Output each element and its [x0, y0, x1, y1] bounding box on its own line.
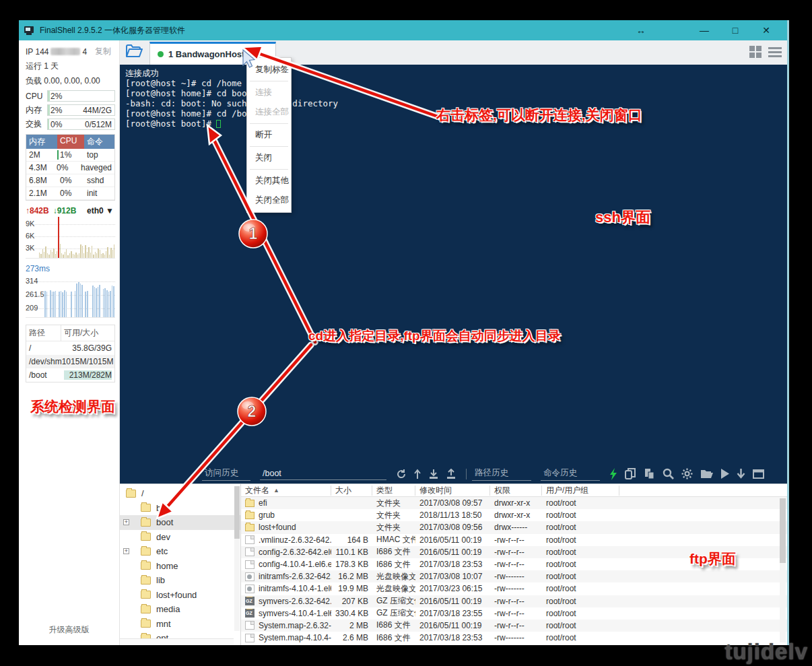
note-cd-sync: cd进入指定目录,ftp界面会自动同步进入目录 — [308, 327, 561, 345]
context-menu-item[interactable]: 连接全部 — [247, 102, 291, 122]
file-owner: root/root — [542, 584, 619, 593]
context-menu-item[interactable]: 关闭 — [247, 148, 291, 168]
copy-ip-button[interactable]: 复制 — [95, 46, 115, 57]
command-history-dropdown[interactable]: 命令历史 — [541, 467, 600, 481]
file-row[interactable]: System.map-4.10.4-1... 2.6 MB I686 文件 20… — [241, 632, 787, 644]
close-button[interactable]: ✕ — [751, 20, 782, 40]
tree-horizontal-scrollbar[interactable] — [120, 638, 234, 645]
window-panel-icon[interactable] — [753, 469, 764, 479]
tree-item[interactable]: home — [120, 559, 240, 574]
memory-label: 内存 — [26, 104, 47, 116]
swap-label: 交换 — [26, 119, 47, 130]
proc-cmd: top — [84, 149, 114, 161]
context-menu-item[interactable]: 关闭其他 — [247, 171, 291, 191]
upload-icon[interactable] — [446, 469, 456, 479]
tree-item[interactable]: lib — [120, 573, 240, 588]
tree-item[interactable]: + etc — [120, 544, 240, 559]
file-row[interactable]: .vmlinuz-2.6.32-642.el... 164 B HMAC 文件 … — [241, 534, 787, 546]
screenshot-frame: FinalShell 2.9.5.2 一体化服务器管理软件 ↔ — □ ✕ IP… — [0, 0, 812, 666]
swap-percent: 0% — [50, 120, 62, 129]
file-row[interactable]: symvers-2.6.32-642.el... 207 KB GZ 压缩文件 … — [241, 595, 787, 607]
paste-icon[interactable] — [644, 468, 655, 479]
maximize-button[interactable]: □ — [720, 20, 751, 40]
memory-detail: 44M/2G — [83, 106, 112, 115]
file-row[interactable]: lost+found 文件夹 2017/03/08 09:56 drwx----… — [241, 521, 787, 533]
speed-bolt-icon[interactable] — [609, 468, 617, 480]
note-ftp-area: ftp界面 — [689, 550, 736, 568]
disk-path: /boot — [29, 370, 64, 380]
hamburger-menu-icon[interactable] — [768, 47, 782, 57]
file-table-scrollbar[interactable] — [780, 498, 786, 642]
file-name: symvers-4.10.4-1.el6.... — [259, 609, 331, 618]
proc-col-command[interactable]: 命令 — [84, 135, 114, 149]
tree-item[interactable]: + boot — [120, 515, 240, 530]
tree-expander-icon[interactable]: + — [123, 548, 129, 554]
tree-item[interactable]: / — [120, 486, 240, 501]
file-permissions: drwxr-xr-x — [490, 510, 542, 520]
file-table-header: 文件名 ▲ 大小 类型 修改时间 权限 用户/用户组 — [241, 484, 787, 497]
minimize-button[interactable]: — — [689, 20, 720, 40]
file-type-icon — [245, 512, 255, 519]
path-input[interactable]: /boot — [260, 468, 386, 480]
proc-mem: 4.3M — [26, 162, 54, 174]
file-name: initramfs-4.10.4-1.el6.... — [259, 584, 331, 593]
process-table: 内存 CPU 命令 2M 1% top — [26, 134, 115, 201]
tree-item[interactable]: lost+found — [120, 588, 240, 603]
net-interface-dropdown[interactable]: eth0 ▼ — [87, 206, 115, 215]
download-arrow-icon[interactable] — [737, 469, 745, 479]
file-row[interactable]: efi 文件夹 2017/03/08 09:57 drwxr-xr-x root… — [241, 497, 787, 509]
file-row[interactable]: initramfs-2.6.32-642.e... 16.2 MB 光盘映像文.… — [241, 570, 787, 582]
proc-col-memory[interactable]: 内存 — [26, 135, 57, 149]
file-name: System.map-4.10.4-1... — [259, 633, 331, 642]
file-row[interactable]: symvers-4.10.4-1.el6.... 330.4 KB GZ 压缩文… — [241, 607, 787, 620]
run-play-icon[interactable] — [720, 469, 729, 479]
context-menu-item[interactable]: 连接 — [247, 83, 291, 102]
settings-gear-icon[interactable] — [681, 468, 693, 479]
file-permissions: -rw------- — [490, 572, 542, 581]
net-upload-rate: ↑842B — [26, 206, 49, 215]
file-type: 文件夹 — [372, 498, 415, 509]
proc-col-cpu[interactable]: CPU — [57, 135, 84, 149]
search-icon[interactable] — [663, 468, 674, 479]
column-permissions[interactable]: 权限 — [490, 486, 542, 496]
upgrade-link[interactable]: 升级高级版 — [19, 624, 119, 636]
layout-grid-icon[interactable] — [749, 46, 762, 59]
tree-item[interactable]: bin — [120, 501, 240, 516]
tree-item[interactable]: media — [120, 602, 240, 617]
file-row[interactable]: grub 文件夹 2018/11/13 18:50 drwxr-xr-x roo… — [241, 509, 787, 521]
file-row[interactable]: System.map-2.6.32-6... 2 MB I686 文件 2016… — [241, 620, 787, 632]
open-folder-icon[interactable] — [700, 469, 713, 479]
copy-icon[interactable] — [625, 468, 636, 479]
file-row[interactable]: initramfs-4.10.4-1.el6.... 19.9 MB 光盘映像文… — [241, 582, 787, 595]
context-menu-item[interactable]: 断开 — [247, 125, 291, 145]
proc-mem: 2M — [26, 149, 57, 161]
proc-cmd: init — [84, 187, 114, 199]
file-owner: root/root — [542, 510, 619, 520]
path-history-dropdown[interactable]: 路径历史 — [472, 467, 531, 481]
ssh-terminal[interactable]: 连接成功[root@host ~]# cd /home[root@host ho… — [120, 65, 787, 484]
column-owner[interactable]: 用户/用户组 — [542, 486, 619, 496]
tree-item[interactable]: mnt — [120, 617, 240, 632]
column-filename[interactable]: 文件名 ▲ — [241, 486, 331, 496]
context-menu-item[interactable]: 关闭全部 — [247, 191, 291, 210]
refresh-icon[interactable] — [396, 469, 407, 479]
tree-scrollbar[interactable] — [234, 486, 240, 631]
file-type: HMAC 文件 — [372, 534, 415, 545]
ip-label: IP 144 — [26, 47, 48, 57]
file-size: 330.4 KB — [331, 609, 372, 618]
visit-history-dropdown[interactable]: 访问历史 — [202, 467, 250, 481]
column-modified[interactable]: 修改时间 — [415, 486, 490, 496]
file-type: GZ 压缩文件 — [372, 607, 415, 619]
column-type[interactable]: 类型 — [372, 486, 415, 496]
note-system-monitor-area: 系统检测界面 — [30, 397, 115, 416]
tree-item[interactable]: dev — [120, 530, 240, 545]
tree-expander-icon[interactable]: + — [123, 519, 129, 525]
folder-icon — [141, 591, 151, 599]
context-menu-item[interactable]: 复制标签 — [247, 60, 291, 79]
file-name: efi — [259, 498, 267, 508]
column-size[interactable]: 大小 — [331, 486, 372, 496]
file-type: I686 文件 — [372, 546, 415, 558]
download-icon[interactable] — [428, 469, 439, 479]
open-connection-folder-icon[interactable] — [125, 44, 143, 61]
up-directory-icon[interactable] — [413, 469, 421, 479]
